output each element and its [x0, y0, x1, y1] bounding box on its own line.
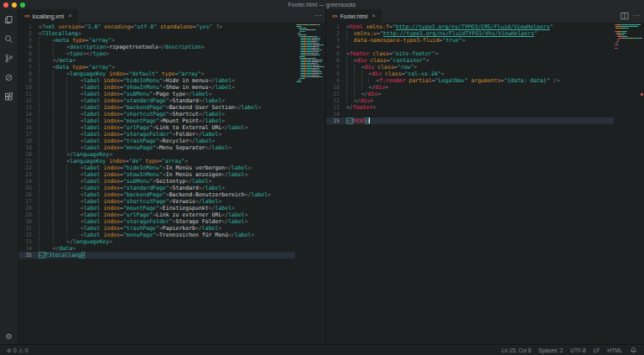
- search-icon[interactable]: [4, 34, 14, 44]
- line-number: 15: [326, 117, 346, 124]
- minimap[interactable]: [615, 24, 640, 50]
- code-line[interactable]: 11 <label index="subMenu">Page type</lab…: [18, 91, 325, 97]
- code-line[interactable]: 26 <label index="backendPage">Backend-Be…: [18, 191, 325, 198]
- code-line[interactable]: 6 <div class="container">: [326, 57, 644, 64]
- code-line[interactable]: 2<T3locallang>: [18, 30, 325, 37]
- traffic-light-minimize[interactable]: [12, 3, 17, 8]
- editor-locallang-xml[interactable]: 1<?xml version="1.0" encoding="utf-8" st…: [18, 23, 325, 344]
- line-number: 32: [18, 232, 39, 238]
- code-line[interactable]: 16 <label index="urlPage">Link to Extern…: [18, 124, 325, 131]
- code-line[interactable]: 3 data-namespace-typo3-fluid="true">: [326, 37, 644, 44]
- window-title: Footer.html — greensocks: [288, 2, 356, 8]
- problems-indicator[interactable]: ⊘ 0 ⚠ 0: [7, 347, 28, 353]
- code-line[interactable]: 30 <label index="storageFolder">Storage …: [18, 218, 325, 225]
- code-line[interactable]: 18 <label index="trashPage">Recycler</la…: [18, 138, 325, 144]
- code-line[interactable]: 28 <label index="mountPage">Einstiegspun…: [18, 205, 325, 211]
- code-line[interactable]: 35</T3locallang>: [18, 252, 325, 258]
- code-line[interactable]: 14: [326, 111, 644, 117]
- activity-bar: ⚙: [0, 9, 18, 344]
- code-line[interactable]: 19 <label index="menuPage">Menu Separato…: [18, 144, 325, 151]
- close-tab-icon[interactable]: ×: [371, 13, 376, 19]
- close-tab-icon[interactable]: ×: [68, 13, 72, 19]
- debug-icon[interactable]: [4, 72, 14, 82]
- code-line[interactable]: 9 <label index="hideInMenu">Hide in menu…: [18, 77, 325, 84]
- source-control-icon[interactable]: [4, 53, 14, 63]
- code-line[interactable]: 12 </div>: [326, 97, 644, 104]
- settings-gear-icon[interactable]: ⚙: [5, 333, 12, 341]
- line-number: 23: [18, 171, 39, 178]
- cursor-position[interactable]: Ln 15, Col 8: [501, 347, 531, 353]
- code-line[interactable]: 8 <languageKey index="default" type="arr…: [18, 70, 325, 77]
- code-line[interactable]: 27 <label index="shortcutPage">Verweis</…: [18, 198, 325, 205]
- line-number: 26: [18, 191, 39, 198]
- vscode-window: Footer.html — greensocks ⚙: [0, 0, 644, 355]
- editor-footer-html[interactable]: 1<html xmlns:f="http://typo3.org/ns/TYPO…: [326, 23, 644, 344]
- code-line[interactable]: 21 <languageKey index="de" type="array">: [18, 158, 325, 164]
- more-actions-icon[interactable]: ⋯: [314, 13, 321, 19]
- code-line[interactable]: 5 <type></type>: [18, 50, 325, 57]
- code-line[interactable]: 9 <f:render partial="LegalNav" arguments…: [326, 77, 644, 84]
- code-line[interactable]: 8 <div class="col-xs-24">: [326, 70, 644, 77]
- code-line[interactable]: 22 <label index="hideInMenu">In Menüs ve…: [18, 164, 325, 171]
- code-line[interactable]: 7 <data type="array">: [18, 64, 325, 70]
- code-line[interactable]: 1<?xml version="1.0" encoding="utf-8" st…: [18, 23, 325, 30]
- code-line[interactable]: 7 <div class="row">: [326, 64, 644, 70]
- code-line[interactable]: 20 </languageKey>: [18, 151, 325, 158]
- notifications-bell-icon[interactable]: [630, 346, 637, 355]
- code-line[interactable]: 29 <label index="urlPage">Link zu extern…: [18, 211, 325, 218]
- code-line[interactable]: 4: [326, 44, 644, 50]
- code-line[interactable]: 24 <label index="subMenu">Seitentyp</lab…: [18, 178, 325, 185]
- code-line[interactable]: 25 <label index="standardPage">Standard<…: [18, 185, 325, 191]
- code-line[interactable]: 5<footer class="site-footer">: [326, 50, 644, 57]
- errors-icon: ⊘: [7, 347, 12, 353]
- code-line[interactable]: 23 <label index="showInMenu">In Menüs an…: [18, 171, 325, 178]
- code-line[interactable]: 13</footer>: [326, 104, 644, 111]
- line-number: 13: [326, 104, 346, 111]
- code-line[interactable]: 15</html>: [326, 117, 644, 124]
- code-line[interactable]: 10 <label index="showInMenu">Show in men…: [18, 84, 325, 91]
- code-line[interactable]: 4 <description>rzpagetreetools</descript…: [18, 44, 325, 50]
- line-number: 9: [18, 77, 39, 84]
- code-line[interactable]: 31 <label index="trashPage">Papierkorb</…: [18, 225, 325, 232]
- code-line[interactable]: 6 </meta>: [18, 57, 325, 64]
- language-mode[interactable]: HTML: [607, 347, 622, 353]
- code-line[interactable]: 14 <label index="shortcutPage">Shortcut<…: [18, 111, 325, 117]
- code-line[interactable]: 12 <label index="standardPage">Standard<…: [18, 97, 325, 104]
- code-line[interactable]: 3 <meta type="array">: [18, 37, 325, 44]
- code-lines: 1<html xmlns:f="http://typo3.org/ns/TYPO…: [326, 23, 644, 124]
- title-bar[interactable]: Footer.html — greensocks: [0, 0, 644, 9]
- line-number: 7: [18, 64, 39, 70]
- editor-group-right: <> Footer.html × ⋯ 1<html xmlns:f="http:…: [326, 9, 644, 344]
- code-line[interactable]: 10 </div>: [326, 84, 644, 91]
- code-line[interactable]: 13 <label index="backendPage">Backend Us…: [18, 104, 325, 111]
- code-line[interactable]: 34 </data>: [18, 245, 325, 252]
- code-line[interactable]: 11 </div>: [326, 91, 644, 97]
- line-number: 10: [18, 84, 39, 91]
- tab-locallang-xml[interactable]: <> locallang.xml ×: [18, 9, 78, 23]
- line-number: 1: [18, 23, 39, 30]
- eol-setting[interactable]: LF: [594, 347, 600, 353]
- line-number: 13: [18, 104, 39, 111]
- tab-footer-html[interactable]: <> Footer.html ×: [326, 9, 382, 23]
- code-line[interactable]: 2 xmlns:v="http://typo3.org/ns/FluidTYPO…: [326, 30, 644, 37]
- code-line[interactable]: 32 <label index="menuPage">Trennzeichen …: [18, 232, 325, 238]
- code-line[interactable]: 15 <label index="mountPage">Mount Point<…: [18, 117, 325, 124]
- split-editor-icon[interactable]: [621, 8, 629, 23]
- code-line[interactable]: 17 <label index="storageFolder">Folder</…: [18, 131, 325, 138]
- more-actions-icon[interactable]: ⋯: [633, 13, 640, 19]
- line-number: 3: [18, 37, 39, 44]
- line-number: 18: [18, 138, 39, 144]
- encoding-setting[interactable]: UTF-8: [570, 347, 585, 353]
- line-number: 17: [18, 131, 39, 138]
- html-file-icon: <>: [332, 13, 338, 18]
- traffic-light-zoom[interactable]: [20, 3, 25, 8]
- warnings-count: 0: [25, 347, 29, 353]
- code-line[interactable]: 1<html xmlns:f="http://typo3.org/ns/TYPO…: [326, 23, 644, 30]
- indentation-setting[interactable]: Spaces: 2: [538, 347, 563, 353]
- overview-ruler-cursor-marker: [641, 93, 643, 96]
- code-line[interactable]: 33 </languageKey>: [18, 238, 325, 245]
- explorer-icon[interactable]: [4, 14, 14, 24]
- extensions-icon[interactable]: [4, 91, 14, 102]
- minimap[interactable]: [296, 24, 321, 83]
- traffic-light-close[interactable]: [3, 3, 8, 8]
